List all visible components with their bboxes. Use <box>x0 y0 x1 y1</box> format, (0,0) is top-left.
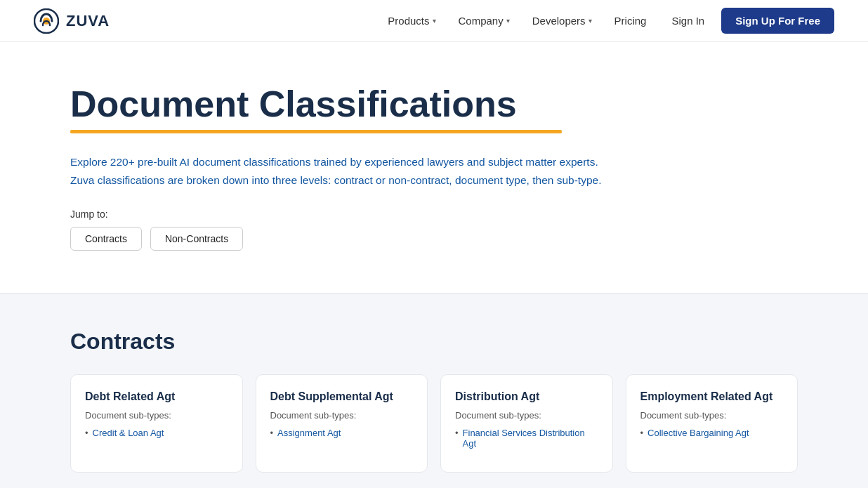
nav-pricing[interactable]: Pricing <box>606 9 655 32</box>
card-title: Employment Related Agt <box>640 390 784 403</box>
contracts-section: Contracts Debt Related Agt Document sub-… <box>0 294 868 488</box>
card-list: Assignment Agt <box>270 426 414 440</box>
card-list: Financial Services Distribution Agt <box>455 426 598 450</box>
card-debt-supplemental: Debt Supplemental Agt Document sub-types… <box>256 374 428 473</box>
nav-links: Products ▾ Company ▾ Developers ▾ Pricin… <box>379 8 834 34</box>
page-title: Document Classifications <box>70 84 517 124</box>
card-list: Credit & Loan Agt <box>85 426 228 440</box>
card-subtitle: Document sub-types: <box>85 410 228 421</box>
card-subtitle: Document sub-types: <box>455 410 598 421</box>
list-item: Assignment Agt <box>270 426 414 440</box>
chevron-down-icon: ▾ <box>588 17 592 25</box>
logo-link[interactable]: ZUVA <box>34 8 110 34</box>
list-item: Financial Services Distribution Agt <box>455 426 598 450</box>
hero-description: Explore 220+ pre-built AI document class… <box>70 153 604 189</box>
card-subtitle: Document sub-types: <box>270 410 414 421</box>
card-list: Collective Bargaining Agt <box>640 426 784 440</box>
navbar: ZUVA Products ▾ Company ▾ Developers ▾ P… <box>0 0 868 42</box>
jump-buttons: Contracts Non-Contracts <box>70 227 798 251</box>
nav-products[interactable]: Products ▾ <box>379 9 444 32</box>
contracts-cards-grid: Debt Related Agt Document sub-types: Cre… <box>70 374 798 473</box>
card-employment: Employment Related Agt Document sub-type… <box>626 374 798 473</box>
card-title: Distribution Agt <box>455 390 598 403</box>
card-title: Debt Supplemental Agt <box>270 390 414 403</box>
title-underline <box>70 130 562 133</box>
jump-contracts-button[interactable]: Contracts <box>70 227 142 251</box>
chevron-down-icon: ▾ <box>433 17 436 25</box>
card-debt-related: Debt Related Agt Document sub-types: Cre… <box>70 374 243 473</box>
card-subtitle: Document sub-types: <box>640 410 784 421</box>
signup-button[interactable]: Sign Up For Free <box>721 8 834 34</box>
list-item: Collective Bargaining Agt <box>640 426 784 440</box>
logo-text: ZUVA <box>66 12 110 30</box>
chevron-down-icon: ▾ <box>506 17 510 25</box>
nav-developers[interactable]: Developers ▾ <box>524 9 600 32</box>
contracts-heading: Contracts <box>70 329 798 355</box>
jump-non-contracts-button[interactable]: Non-Contracts <box>150 227 243 251</box>
signin-link[interactable]: Sign In <box>660 9 716 32</box>
list-item: Credit & Loan Agt <box>85 426 228 440</box>
card-title: Debt Related Agt <box>85 390 228 403</box>
hero-section: Document Classifications Explore 220+ pr… <box>0 42 868 293</box>
nav-company[interactable]: Company ▾ <box>450 9 518 32</box>
jump-to-label: Jump to: <box>70 209 798 220</box>
logo-icon <box>34 8 59 34</box>
card-distribution: Distribution Agt Document sub-types: Fin… <box>440 374 613 473</box>
